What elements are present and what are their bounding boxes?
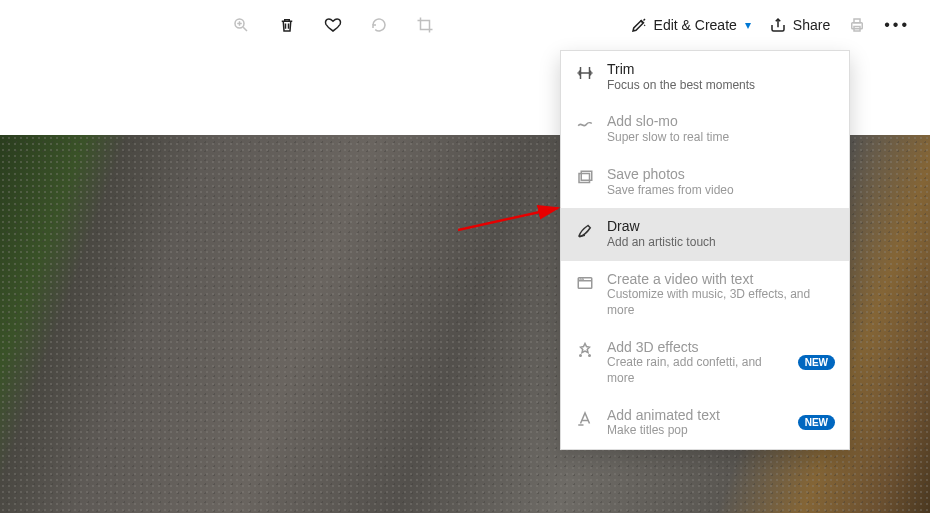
menu-title: Save photos: [607, 166, 835, 183]
menu-item-animated-text[interactable]: Add animated text Make titles pop NEW: [561, 397, 849, 449]
menu-text: Add slo-mo Super slow to real time: [607, 113, 835, 145]
menu-item-3d-effects[interactable]: Add 3D effects Create rain, add confetti…: [561, 329, 849, 397]
menu-item-slomo[interactable]: Add slo-mo Super slow to real time: [561, 103, 849, 155]
edit-create-button[interactable]: Edit & Create ▾: [630, 16, 751, 34]
new-badge: NEW: [798, 415, 835, 430]
menu-item-video-text[interactable]: Create a video with text Customize with …: [561, 261, 849, 329]
menu-subtitle: Add an artistic touch: [607, 235, 835, 251]
toolbar-left: [232, 16, 434, 34]
rotate-icon: [370, 16, 388, 34]
heart-icon: [324, 16, 342, 34]
zoom-icon: [232, 16, 250, 34]
share-icon: [769, 16, 787, 34]
menu-text: Trim Focus on the best moments: [607, 61, 835, 93]
slomo-icon: [575, 116, 595, 134]
share-button[interactable]: Share: [769, 16, 830, 34]
edit-create-menu: Trim Focus on the best moments Add slo-m…: [560, 50, 850, 450]
crop-button[interactable]: [416, 16, 434, 34]
menu-subtitle: Create rain, add confetti, and more: [607, 355, 780, 386]
more-icon: •••: [884, 16, 910, 34]
menu-subtitle: Save frames from video: [607, 183, 835, 199]
video-text-icon: [575, 274, 595, 292]
menu-subtitle: Customize with music, 3D effects, and mo…: [607, 287, 835, 318]
menu-subtitle: Focus on the best moments: [607, 78, 835, 94]
effects-3d-icon: [575, 342, 595, 360]
edit-create-icon: [630, 16, 648, 34]
menu-text: Add animated text Make titles pop: [607, 407, 780, 439]
svg-point-20: [589, 354, 591, 356]
toolbar: Edit & Create ▾ Share •••: [0, 0, 930, 50]
edit-create-label: Edit & Create: [654, 17, 737, 33]
toolbar-right: Edit & Create ▾ Share •••: [630, 16, 910, 34]
print-icon: [848, 16, 866, 34]
trim-icon: [575, 64, 595, 82]
trash-icon: [278, 16, 296, 34]
menu-title: Trim: [607, 61, 835, 78]
menu-title: Create a video with text: [607, 271, 835, 288]
svg-rect-9: [854, 19, 860, 23]
rotate-button[interactable]: [370, 16, 388, 34]
svg-point-17: [580, 278, 581, 279]
share-label: Share: [793, 17, 830, 33]
menu-text: Save photos Save frames from video: [607, 166, 835, 198]
new-badge: NEW: [798, 355, 835, 370]
animated-text-icon: [575, 410, 595, 428]
menu-item-save-photos[interactable]: Save photos Save frames from video: [561, 156, 849, 208]
menu-title: Add 3D effects: [607, 339, 780, 356]
menu-subtitle: Make titles pop: [607, 423, 780, 439]
menu-title: Add slo-mo: [607, 113, 835, 130]
print-button[interactable]: [848, 16, 866, 34]
favorite-button[interactable]: [324, 16, 342, 34]
save-photos-icon: [575, 169, 595, 187]
menu-text: Create a video with text Customize with …: [607, 271, 835, 319]
more-button[interactable]: •••: [884, 16, 910, 34]
menu-text: Draw Add an artistic touch: [607, 218, 835, 250]
zoom-button[interactable]: [232, 16, 250, 34]
svg-point-18: [582, 278, 583, 279]
delete-button[interactable]: [278, 16, 296, 34]
menu-item-draw[interactable]: Draw Add an artistic touch: [561, 208, 849, 260]
menu-item-trim[interactable]: Trim Focus on the best moments: [561, 51, 849, 103]
menu-text: Add 3D effects Create rain, add confetti…: [607, 339, 780, 387]
menu-title: Add animated text: [607, 407, 780, 424]
menu-subtitle: Super slow to real time: [607, 130, 835, 146]
svg-point-19: [580, 354, 582, 356]
draw-icon: [575, 221, 595, 239]
menu-title: Draw: [607, 218, 835, 235]
svg-line-1: [243, 27, 247, 31]
crop-icon: [416, 16, 434, 34]
chevron-down-icon: ▾: [745, 18, 751, 32]
